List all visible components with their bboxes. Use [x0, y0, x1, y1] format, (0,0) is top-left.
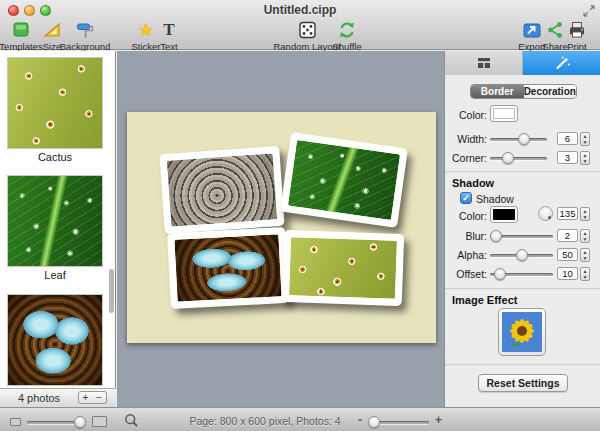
- stepper-down-icon[interactable]: ▼: [581, 236, 589, 242]
- inspector-panel: Border Decoration Color: Width: 6 ▲ ▼ Co…: [444, 51, 600, 407]
- section-divider: [445, 364, 600, 366]
- segment-decoration[interactable]: Decoration: [524, 85, 577, 98]
- zoom-out-button[interactable]: -: [358, 413, 362, 427]
- shadow-checkbox[interactable]: ✓: [460, 192, 472, 204]
- border-color-well[interactable]: [490, 105, 518, 122]
- border-corner-label: Corner:: [446, 152, 487, 164]
- shadow-angle-value[interactable]: 135: [557, 207, 578, 220]
- shadow-angle-dot: [548, 216, 551, 219]
- shadow-color-label: Color:: [446, 210, 487, 222]
- cactus-thumbnail-image[interactable]: [7, 57, 103, 149]
- border-decoration-segmented: Border Decoration: [470, 84, 577, 99]
- stepper-down-icon[interactable]: ▼: [581, 158, 589, 164]
- sunflower-effect-thumbnail: [502, 312, 542, 352]
- print-icon: [561, 20, 593, 40]
- shadow-alpha-stepper[interactable]: ▲ ▼: [580, 248, 590, 262]
- section-divider: [445, 171, 600, 173]
- tab-layout[interactable]: [445, 51, 523, 75]
- tab-effects-selected[interactable]: [523, 51, 600, 75]
- collage-photo-eggs[interactable]: [167, 227, 289, 309]
- shadow-color-well[interactable]: [490, 206, 518, 223]
- eggs-thumbnail-image[interactable]: [7, 294, 103, 386]
- photo-list-sidebar: Cactus Leaf 4 photos + −: [0, 51, 116, 407]
- shadow-offset-slider[interactable]: [490, 273, 553, 276]
- thumbnail-size-slider[interactable]: [27, 421, 85, 424]
- background-button[interactable]: Background: [55, 20, 115, 52]
- shadow-angle-dial[interactable]: [538, 206, 553, 221]
- border-corner-value[interactable]: 3: [557, 151, 578, 164]
- layout-grid-icon: [475, 54, 493, 72]
- shadow-offset-stepper[interactable]: ▲ ▼: [580, 267, 590, 281]
- photo-thumbnail-eggs[interactable]: [7, 294, 103, 386]
- shadow-angle-stepper[interactable]: ▲ ▼: [580, 207, 590, 221]
- shadow-blur-slider[interactable]: [490, 235, 553, 238]
- shadow-offset-value[interactable]: 10: [557, 267, 578, 280]
- segment-border[interactable]: Border: [471, 85, 524, 98]
- inspector-tabbar: [445, 51, 600, 75]
- zoom-in-button[interactable]: +: [435, 413, 442, 427]
- remove-photo-button[interactable]: −: [92, 391, 107, 404]
- thumbnail-size-slider-knob[interactable]: [74, 416, 86, 428]
- photo-thumbnail-leaf[interactable]: Leaf: [7, 175, 103, 281]
- border-color-label: Color:: [446, 109, 487, 121]
- app-window: Untitled.cipp Templates: [0, 0, 600, 431]
- shadow-offset-label: Offset:: [446, 268, 487, 280]
- border-width-label: Width:: [446, 133, 487, 145]
- image-effect-button[interactable]: [498, 308, 546, 356]
- shadow-blur-value[interactable]: 2: [557, 229, 578, 242]
- stepper-down-icon[interactable]: ▼: [581, 274, 589, 280]
- shadow-blur-slider-knob[interactable]: [490, 230, 502, 242]
- image-effect-heading: Image Effect: [452, 294, 517, 306]
- collage-canvas-area[interactable]: [117, 51, 444, 407]
- shadow-blur-stepper[interactable]: ▲ ▼: [580, 229, 590, 243]
- leaf-photo: [288, 140, 400, 220]
- eggs-photo: [174, 234, 281, 301]
- shadow-checkbox-label: Shadow: [476, 193, 514, 205]
- zoom-magnifier-icon[interactable]: [124, 413, 139, 431]
- section-divider: [445, 288, 600, 290]
- magic-wand-icon: [553, 54, 571, 72]
- shadow-offset-slider-knob[interactable]: [494, 268, 506, 280]
- border-width-slider[interactable]: [490, 138, 547, 141]
- stepper-down-icon[interactable]: ▼: [581, 255, 589, 261]
- shadow-color-swatch: [493, 209, 515, 220]
- photo-count-label: 4 photos: [0, 392, 78, 404]
- shuffle-arrows-icon: [327, 20, 367, 40]
- titlebar-toolbar: Untitled.cipp Templates: [0, 0, 600, 50]
- spiral-photo: [167, 153, 277, 226]
- shuffle-button[interactable]: Shuffle: [327, 20, 367, 52]
- fullscreen-icon[interactable]: [582, 4, 596, 18]
- sidebar-footer: 4 photos + −: [0, 388, 116, 407]
- border-corner-slider[interactable]: [490, 157, 547, 160]
- reset-settings-button[interactable]: Reset Settings: [478, 374, 568, 392]
- stepper-down-icon[interactable]: ▼: [581, 214, 589, 220]
- shadow-alpha-value[interactable]: 50: [557, 248, 578, 261]
- collage-page[interactable]: [127, 112, 436, 343]
- thumbnail-size-small-icon: [10, 418, 21, 426]
- text-icon: T: [154, 20, 184, 40]
- background-icon: [55, 20, 115, 40]
- canvas-zoom-slider[interactable]: [369, 421, 429, 424]
- cactus-photo: [289, 237, 397, 299]
- add-photo-button[interactable]: +: [78, 391, 93, 404]
- photo-thumbnail-cactus[interactable]: Cactus: [7, 57, 103, 163]
- collage-photo-leaf[interactable]: [280, 132, 408, 228]
- print-button[interactable]: Print: [561, 20, 593, 52]
- border-width-slider-knob[interactable]: [518, 133, 530, 145]
- border-corner-stepper[interactable]: ▲ ▼: [580, 151, 590, 165]
- canvas-zoom-slider-knob[interactable]: [368, 416, 380, 428]
- stepper-down-icon[interactable]: ▼: [581, 139, 589, 145]
- collage-photo-spiral[interactable]: [159, 146, 284, 234]
- page-info-label: Page: 800 x 600 pixel, Photos: 4: [150, 415, 380, 427]
- shadow-blur-label: Blur:: [446, 230, 487, 242]
- border-width-stepper[interactable]: ▲ ▼: [580, 132, 590, 146]
- shadow-alpha-slider-knob[interactable]: [516, 249, 528, 261]
- text-button[interactable]: T Text: [154, 20, 184, 52]
- shadow-heading: Shadow: [452, 177, 494, 189]
- border-corner-slider-knob[interactable]: [502, 152, 514, 164]
- leaf-thumbnail-image[interactable]: [7, 175, 103, 267]
- collage-photo-cactus[interactable]: [282, 230, 404, 306]
- border-width-value[interactable]: 6: [557, 132, 578, 145]
- sidebar-scrollbar[interactable]: [109, 269, 114, 313]
- shadow-alpha-slider[interactable]: [490, 254, 553, 257]
